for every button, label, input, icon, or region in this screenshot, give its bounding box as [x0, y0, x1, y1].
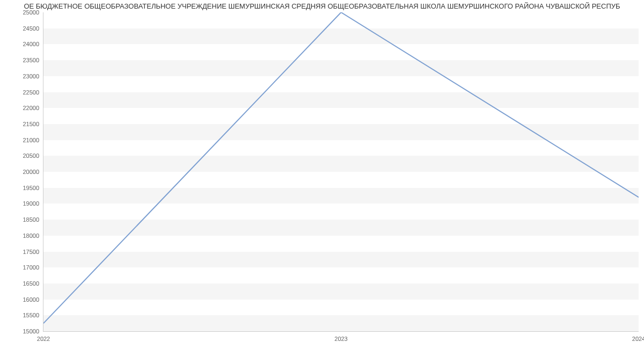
y-tick-label: 17500 — [23, 249, 43, 255]
x-tick-label: 2022 — [37, 331, 50, 342]
y-tick-label: 25000 — [23, 9, 43, 16]
y-tick-label: 24000 — [23, 41, 43, 47]
y-tick-label: 20000 — [23, 169, 43, 175]
y-tick-label: 19500 — [23, 185, 43, 191]
y-tick-label: 21000 — [23, 137, 43, 143]
y-tick-label: 17000 — [23, 264, 43, 271]
y-tick-label: 21500 — [23, 121, 43, 127]
y-tick-label: 24500 — [23, 25, 43, 32]
x-tick-label: 2023 — [334, 331, 347, 342]
y-tick-label: 22500 — [23, 89, 43, 96]
y-tick-label: 23500 — [23, 57, 43, 63]
x-tick-label: 2024 — [632, 331, 644, 342]
y-tick-label: 23000 — [23, 73, 43, 79]
y-tick-label: 20500 — [23, 152, 43, 159]
y-tick-label: 19000 — [23, 200, 43, 207]
y-tick-label: 18500 — [23, 216, 43, 223]
chart-container: ОЕ БЮДЖЕТНОЕ ОБЩЕОБРАЗОВАТЕЛЬНОЕ УЧРЕЖДЕ… — [0, 0, 644, 349]
chart-title: ОЕ БЮДЖЕТНОЕ ОБЩЕОБРАЗОВАТЕЛЬНОЕ УЧРЕЖДЕ… — [0, 0, 644, 12]
line-series — [43, 12, 639, 331]
chart-area: 1500015500160001650017000175001800018500… — [43, 12, 639, 332]
y-tick-label: 22000 — [23, 105, 43, 111]
y-tick-label: 16000 — [23, 296, 43, 303]
plot-area: 1500015500160001650017000175001800018500… — [43, 12, 639, 332]
y-tick-label: 16500 — [23, 280, 43, 287]
y-tick-label: 15500 — [23, 312, 43, 318]
y-tick-label: 18000 — [23, 232, 43, 239]
